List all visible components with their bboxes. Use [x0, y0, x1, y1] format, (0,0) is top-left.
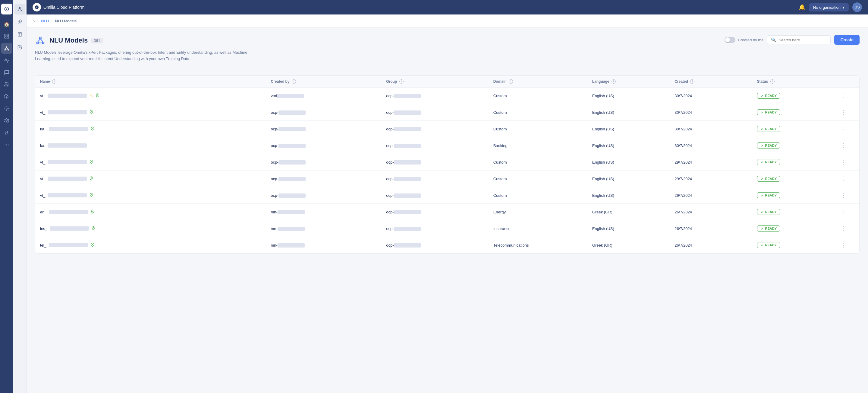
app-logo[interactable]: [1, 4, 12, 15]
sidebar-secondary-annotations[interactable]: [14, 41, 25, 53]
sidebar-icon-misc[interactable]: [1, 139, 12, 150]
created-by-blurred: ████████: [278, 243, 305, 248]
more-options-button[interactable]: ⋮: [839, 108, 847, 117]
group-blurred: ████████: [394, 210, 421, 214]
created-by-prefix: mn-: [271, 243, 278, 248]
sidebar-secondary-datasets[interactable]: [14, 29, 25, 40]
svg-line-22: [19, 8, 20, 10]
svg-line-32: [38, 39, 40, 42]
avatar[interactable]: OS: [852, 2, 862, 12]
cell-language: English (US): [587, 187, 670, 204]
status-badge: READY: [757, 225, 780, 231]
rocket-icon: [89, 110, 93, 115]
col-header-domain: Domain i: [489, 76, 587, 87]
svg-rect-2: [7, 34, 9, 36]
toggle-label: Created by me: [738, 38, 764, 42]
svg-point-24: [19, 22, 20, 22]
sidebar-icon-admin[interactable]: [1, 128, 12, 138]
breadcrumb-home-icon[interactable]: ⌂: [33, 19, 35, 23]
sidebar-secondary-rocket[interactable]: [14, 16, 25, 27]
name-prefix: tel_: [40, 243, 46, 248]
name-prefix: ka_: [40, 127, 46, 131]
name-blurred: ████████████: [50, 226, 89, 231]
page-description: NLU Models leverage Omilia's xPert Packa…: [35, 50, 264, 62]
org-chevron-icon: ▾: [842, 5, 844, 10]
more-options-button[interactable]: ⋮: [839, 224, 847, 233]
group-prefix: ocp-: [386, 243, 394, 248]
name-blurred: ████████████: [48, 143, 87, 148]
sidebar-icon-home[interactable]: 🏠: [1, 19, 12, 30]
cell-created-date: 30/7/2024: [670, 87, 752, 104]
toggle-switch[interactable]: [724, 37, 735, 43]
group-blurred: ████████: [394, 144, 421, 148]
svg-point-36: [91, 111, 92, 112]
cell-language: English (US): [587, 137, 670, 154]
sidebar-icon-settings[interactable]: [1, 103, 12, 114]
cell-created-date: 29/7/2024: [670, 187, 752, 204]
cell-name: ka.████████████: [35, 137, 266, 154]
sidebar-icon-nlu[interactable]: [1, 43, 12, 54]
sidebar-icon-cloud-upload[interactable]: [1, 91, 12, 102]
more-options-button[interactable]: ⋮: [839, 207, 847, 217]
name-prefix: en_: [40, 210, 47, 214]
cell-created-date: 26/7/2024: [670, 204, 752, 220]
search-input[interactable]: [778, 38, 827, 42]
svg-point-18: [5, 145, 5, 145]
svg-point-42: [93, 228, 94, 228]
svg-point-41: [93, 211, 93, 212]
svg-point-16: [6, 145, 7, 145]
more-options-button[interactable]: ⋮: [839, 91, 847, 100]
more-options-button[interactable]: ⋮: [839, 241, 847, 250]
cell-actions: ⋮: [835, 104, 859, 121]
more-options-button[interactable]: ⋮: [839, 174, 847, 183]
cell-created-by: mn-████████: [266, 237, 381, 254]
cell-created-date: 29/7/2024: [670, 154, 752, 171]
sidebar-icon-layers[interactable]: [1, 31, 12, 41]
more-options-button[interactable]: ⋮: [839, 191, 847, 200]
page-icon: [35, 35, 46, 46]
cell-language: English (US): [587, 104, 670, 121]
cell-created-date: 30/7/2024: [670, 104, 752, 121]
org-selector-button[interactable]: No organisation ▾: [809, 3, 849, 11]
breadcrumb-nlu-link[interactable]: NLU: [41, 19, 49, 23]
more-options-button[interactable]: ⋮: [839, 124, 847, 133]
cell-created-date: 29/7/2024: [670, 171, 752, 187]
status-badge: READY: [757, 242, 780, 248]
more-options-button[interactable]: ⋮: [839, 158, 847, 167]
group-blurred: ████████: [394, 160, 421, 165]
sidebar-icon-config[interactable]: [1, 115, 12, 126]
cell-status: READY: [752, 104, 835, 121]
cell-name: ka_████████████: [35, 121, 266, 137]
sidebar-icon-messages[interactable]: [1, 67, 12, 78]
rocket-icon: [89, 160, 93, 165]
svg-point-31: [42, 42, 44, 44]
rocket-icon: [89, 176, 93, 181]
cell-domain: Energy: [489, 204, 587, 220]
info-icon-name: i: [52, 79, 56, 84]
col-header-language: Language i: [587, 76, 670, 87]
group-blurred: ████████: [394, 127, 421, 131]
group-prefix: ocp-: [386, 110, 394, 115]
bell-icon[interactable]: 🔔: [799, 4, 805, 10]
cell-name: vt_████████████: [35, 104, 266, 121]
page-header: NLU Models 361 NLU Models leverage Omili…: [35, 35, 860, 69]
name-prefix: ins_: [40, 226, 47, 231]
sidebar-icon-people[interactable]: [1, 79, 12, 90]
search-bar: 🔍: [767, 35, 831, 45]
app-name: Omilia Cloud Platform: [43, 5, 84, 10]
header-right: 🔔 No organisation ▾ OS: [799, 2, 862, 12]
group-blurred: ████████: [394, 227, 421, 231]
cell-status: READY: [752, 204, 835, 220]
app-brand: Omilia Cloud Platform: [33, 3, 84, 11]
cell-group: ocp-████████: [381, 87, 488, 104]
logo-icon: [33, 3, 41, 11]
cell-language: English (US): [587, 220, 670, 237]
svg-point-19: [19, 7, 20, 8]
status-badge: READY: [757, 192, 780, 198]
breadcrumb: ⌂ › NLU › NLU Models: [27, 15, 868, 28]
sidebar-icon-analytics[interactable]: [1, 55, 12, 66]
sidebar-secondary-nlu-models[interactable]: [14, 4, 25, 15]
create-button[interactable]: Create: [834, 35, 860, 45]
cell-actions: ⋮: [835, 204, 859, 220]
more-options-button[interactable]: ⋮: [839, 141, 847, 150]
